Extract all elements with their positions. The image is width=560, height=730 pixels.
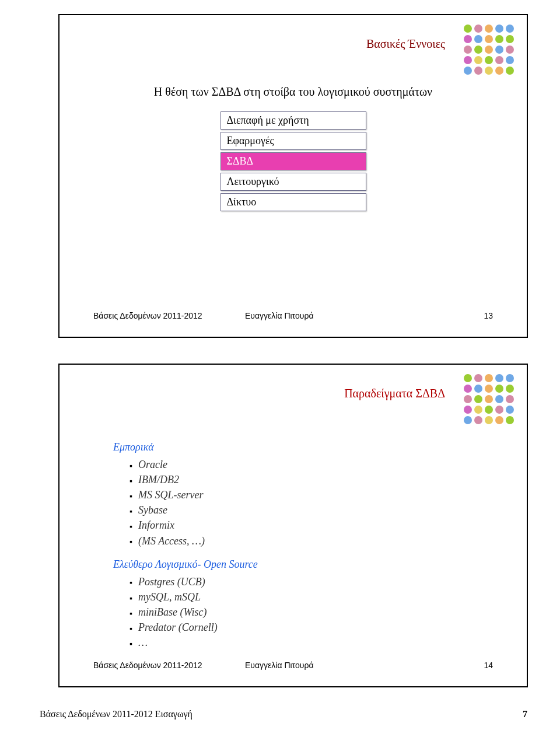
- list-item: Sybase: [130, 502, 492, 518]
- page-footer: Βάσεις Δεδομένων 2011-2012 Εισαγωγή 7: [40, 709, 527, 719]
- stack-row: Εφαρμογές: [220, 132, 366, 150]
- slide1-heading: Η θέση των ΣΔΒΔ στη στοίβα του λογισμικο…: [60, 85, 527, 99]
- dot-motif-icon: [464, 25, 514, 75]
- slide-footer: Βάσεις Δεδομένων 2011-2012 Ευαγγελία Πιτ…: [93, 311, 493, 320]
- footer-center: Ευαγγελία Πιτουρά: [245, 661, 458, 670]
- list-item: miniBase (Wisc): [130, 605, 492, 620]
- slide1-body: Η θέση των ΣΔΒΔ στη στοίβα του λογισμικο…: [60, 85, 527, 214]
- footer-left: Βάσεις Δεδομένων 2011-2012: [93, 311, 245, 320]
- list-item: Oracle: [130, 457, 492, 472]
- page-number: 7: [523, 709, 527, 719]
- list-item: IBM/DB2: [130, 472, 492, 487]
- page-footer-left: Βάσεις Δεδομένων 2011-2012 Εισαγωγή: [40, 709, 192, 719]
- section-heading-commercial: Εμπορικά: [113, 439, 492, 455]
- stack-row-highlight: ΣΔΒΔ: [220, 152, 366, 170]
- list-item: mySQL, mSQL: [130, 589, 492, 605]
- slide-number: 13: [458, 311, 493, 320]
- slide-title: Βασικές Έννοιες: [366, 37, 445, 51]
- list-item: Postgres (UCB): [130, 574, 492, 589]
- list-item: Predator (Cornell): [130, 620, 492, 635]
- slide-2: Παραδείγματα ΣΔΒΔ Εμπορικά Oracle IBM/DB…: [58, 364, 528, 687]
- list-item: MS SQL-server: [130, 487, 492, 502]
- section-heading-opensource: Ελεύθερο Λογισμικό- Open Source: [113, 557, 492, 572]
- footer-left: Βάσεις Δεδομένων 2011-2012: [93, 661, 245, 670]
- list-item: Informix: [130, 518, 492, 533]
- commercial-list: Oracle IBM/DB2 MS SQL-server Sybase Info…: [113, 457, 492, 549]
- slide-number: 14: [458, 661, 493, 670]
- slide2-body: Εμπορικά Oracle IBM/DB2 MS SQL-server Sy…: [113, 439, 492, 658]
- list-item: …: [130, 635, 492, 650]
- stack-row: Λειτουργικό: [220, 173, 366, 191]
- stack-row: Δίκτυο: [220, 193, 366, 211]
- document-page: Βασικές Έννοιες Η θέση των ΣΔΒΔ στη στοί…: [0, 0, 560, 730]
- stack-row: Διεπαφή με χρήστη: [220, 111, 366, 130]
- software-stack: Διεπαφή με χρήστη Εφαρμογές ΣΔΒΔ Λειτουρ…: [220, 111, 366, 211]
- footer-center: Ευαγγελία Πιτουρά: [245, 311, 458, 320]
- slide-1: Βασικές Έννοιες Η θέση των ΣΔΒΔ στη στοί…: [58, 14, 528, 338]
- slide-footer: Βάσεις Δεδομένων 2011-2012 Ευαγγελία Πιτ…: [93, 661, 493, 670]
- dot-motif-icon: [464, 374, 514, 424]
- opensource-list: Postgres (UCB) mySQL, mSQL miniBase (Wis…: [113, 574, 492, 650]
- slide-title: Παραδείγματα ΣΔΒΔ: [344, 387, 445, 400]
- list-item: (MS Access, …): [130, 533, 492, 549]
